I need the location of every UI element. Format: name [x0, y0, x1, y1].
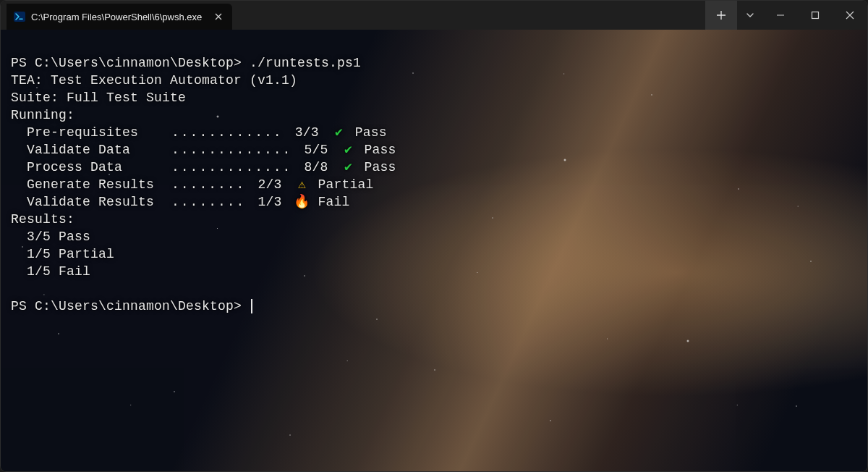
test-count: 8/8: [296, 160, 336, 174]
result-line: 1/5 Fail: [11, 264, 90, 279]
test-status: Pass: [364, 160, 396, 174]
test-status: Partial: [318, 177, 373, 192]
maximize-icon: [811, 11, 820, 20]
minimize-button[interactable]: [763, 1, 798, 30]
result-line: 1/5 Partial: [11, 247, 114, 261]
new-tab-button[interactable]: [705, 1, 737, 30]
test-count: 5/5: [296, 143, 336, 157]
test-dots: .............: [171, 160, 292, 174]
test-line: Validate Data ............. 5/5 ✔ Pass: [11, 143, 396, 157]
tab-title: C:\Program Files\PowerShell\6\pwsh.exe: [31, 12, 202, 22]
terminal-content: PS C:\Users\cinnamon\Desktop> ./runtests…: [1, 30, 867, 340]
warning-icon: ⚠: [294, 176, 310, 193]
test-dots: .............: [171, 143, 292, 157]
test-status: Pass: [355, 125, 387, 140]
prompt-path: C:\Users\cinnamon\Desktop>: [35, 299, 242, 313]
chevron-down-icon: [746, 11, 754, 20]
check-icon: ✔: [340, 159, 356, 176]
title-bar: C:\Program Files\PowerShell\6\pwsh.exe: [1, 1, 867, 30]
test-name: Generate Results: [27, 176, 171, 193]
maximize-button[interactable]: [798, 1, 833, 30]
test-line: Process Data ............. 8/8 ✔ Pass: [11, 160, 396, 174]
fire-icon: 🔥: [294, 193, 310, 211]
test-count: 3/3: [287, 125, 327, 140]
prompt-prefix: PS: [11, 56, 35, 70]
close-icon: [846, 11, 854, 20]
test-dots: ............: [171, 125, 283, 140]
test-name: Validate Data: [27, 141, 171, 159]
test-name: Process Data: [27, 159, 171, 176]
running-label: Running:: [11, 108, 75, 122]
test-dots: ........: [171, 177, 245, 192]
check-icon: ✔: [340, 141, 356, 159]
prompt-command: ./runtests.ps1: [250, 56, 361, 70]
test-name: Pre-requisites: [27, 124, 171, 141]
window-close-button[interactable]: [833, 1, 867, 30]
svg-rect-0: [14, 12, 25, 22]
test-dots: ........: [171, 195, 245, 209]
powershell-icon: [14, 11, 25, 22]
cursor: [251, 299, 252, 313]
test-line: Generate Results ........ 2/3 ⚠ Partial: [11, 177, 373, 192]
test-count: 2/3: [250, 177, 289, 192]
test-line: Validate Results ........ 1/3 🔥 Fail: [11, 195, 349, 209]
minimize-icon: [776, 11, 785, 20]
tab-close-button[interactable]: [212, 10, 225, 23]
test-status: Pass: [364, 143, 396, 157]
svg-rect-3: [812, 12, 819, 19]
prompt-prefix: PS: [11, 299, 35, 313]
test-status: Fail: [318, 195, 349, 209]
tab-pwsh[interactable]: C:\Program Files\PowerShell\6\pwsh.exe: [7, 4, 232, 30]
test-line: Pre-requisites ............ 3/3 ✔ Pass: [11, 125, 387, 140]
test-name: Validate Results: [27, 193, 171, 211]
test-count: 1/3: [250, 195, 289, 209]
tab-dropdown-button[interactable]: [737, 1, 763, 30]
results-header: Results:: [11, 212, 75, 227]
tea-header: TEA: Test Execution Automator (v1.1): [11, 73, 297, 88]
suite-line: Suite: Full Test Suite: [11, 90, 186, 105]
result-line: 3/5 Pass: [11, 229, 90, 244]
prompt-path: C:\Users\cinnamon\Desktop>: [35, 56, 242, 70]
terminal-window: C:\Program Files\PowerShell\6\pwsh.exe P…: [0, 0, 868, 472]
terminal-viewport[interactable]: PS C:\Users\cinnamon\Desktop> ./runtests…: [1, 30, 867, 471]
check-icon: ✔: [331, 124, 347, 141]
titlebar-drag-region[interactable]: [232, 1, 705, 30]
